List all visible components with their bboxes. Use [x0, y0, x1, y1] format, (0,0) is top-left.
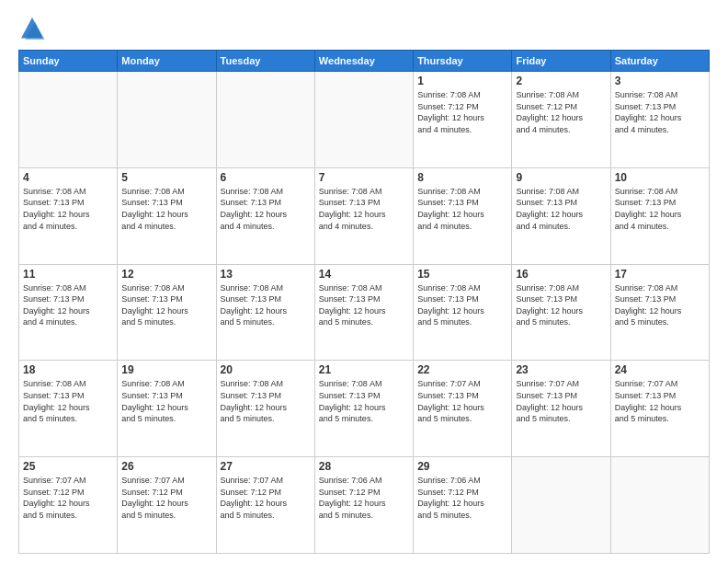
day-cell: [216, 72, 314, 168]
day-info: Sunrise: 7:07 AM Sunset: 7:13 PM Dayligh…: [516, 378, 606, 424]
day-number: 10: [615, 171, 705, 184]
day-cell: 11Sunrise: 7:08 AM Sunset: 7:13 PM Dayli…: [19, 264, 118, 361]
day-info: Sunrise: 7:08 AM Sunset: 7:13 PM Dayligh…: [221, 378, 311, 424]
day-cell: 17Sunrise: 7:08 AM Sunset: 7:13 PM Dayli…: [610, 264, 709, 361]
day-cell: [118, 72, 216, 168]
day-number: 5: [121, 171, 211, 184]
day-info: Sunrise: 7:08 AM Sunset: 7:12 PM Dayligh…: [417, 89, 507, 135]
day-number: 3: [615, 75, 705, 87]
day-cell: 6Sunrise: 7:08 AM Sunset: 7:13 PM Daylig…: [216, 167, 314, 264]
day-cell: 2Sunrise: 7:08 AM Sunset: 7:12 PM Daylig…: [512, 72, 610, 168]
day-info: Sunrise: 7:08 AM Sunset: 7:13 PM Dayligh…: [516, 282, 606, 328]
day-info: Sunrise: 7:08 AM Sunset: 7:13 PM Dayligh…: [23, 378, 113, 424]
day-info: Sunrise: 7:07 AM Sunset: 7:12 PM Dayligh…: [221, 475, 311, 521]
day-number: 29: [417, 460, 507, 473]
weekday-tuesday: Tuesday: [216, 51, 314, 72]
day-cell: 19Sunrise: 7:08 AM Sunset: 7:13 PM Dayli…: [118, 361, 216, 457]
day-number: 15: [417, 268, 507, 281]
day-cell: 16Sunrise: 7:08 AM Sunset: 7:13 PM Dayli…: [512, 264, 610, 361]
day-number: 11: [23, 268, 113, 281]
day-cell: 1Sunrise: 7:08 AM Sunset: 7:12 PM Daylig…: [414, 72, 512, 168]
day-info: Sunrise: 7:08 AM Sunset: 7:13 PM Dayligh…: [319, 378, 409, 424]
header: [18, 15, 710, 42]
weekday-saturday: Saturday: [610, 51, 709, 72]
day-number: 16: [516, 268, 606, 281]
day-cell: 5Sunrise: 7:08 AM Sunset: 7:13 PM Daylig…: [118, 167, 216, 264]
day-info: Sunrise: 7:08 AM Sunset: 7:13 PM Dayligh…: [615, 186, 705, 232]
day-cell: 23Sunrise: 7:07 AM Sunset: 7:13 PM Dayli…: [512, 361, 610, 457]
day-cell: 7Sunrise: 7:08 AM Sunset: 7:13 PM Daylig…: [314, 167, 413, 264]
week-row-3: 18Sunrise: 7:08 AM Sunset: 7:13 PM Dayli…: [19, 361, 710, 457]
day-cell: [512, 457, 610, 554]
weekday-header-row: SundayMondayTuesdayWednesdayThursdayFrid…: [19, 51, 710, 72]
day-info: Sunrise: 7:07 AM Sunset: 7:13 PM Dayligh…: [615, 378, 705, 424]
logo: [18, 15, 50, 42]
day-info: Sunrise: 7:08 AM Sunset: 7:12 PM Dayligh…: [516, 89, 606, 135]
day-cell: 10Sunrise: 7:08 AM Sunset: 7:13 PM Dayli…: [610, 167, 709, 264]
day-cell: 18Sunrise: 7:08 AM Sunset: 7:13 PM Dayli…: [19, 361, 118, 457]
day-cell: 13Sunrise: 7:08 AM Sunset: 7:13 PM Dayli…: [216, 264, 314, 361]
week-row-0: 1Sunrise: 7:08 AM Sunset: 7:12 PM Daylig…: [19, 72, 710, 168]
day-cell: 26Sunrise: 7:07 AM Sunset: 7:12 PM Dayli…: [118, 457, 216, 554]
weekday-monday: Monday: [118, 51, 216, 72]
day-info: Sunrise: 7:08 AM Sunset: 7:13 PM Dayligh…: [615, 282, 705, 328]
day-info: Sunrise: 7:08 AM Sunset: 7:13 PM Dayligh…: [417, 282, 507, 328]
day-info: Sunrise: 7:06 AM Sunset: 7:12 PM Dayligh…: [319, 475, 409, 521]
day-number: 13: [221, 268, 311, 281]
day-number: 7: [319, 171, 409, 184]
day-number: 28: [319, 460, 409, 473]
day-cell: 15Sunrise: 7:08 AM Sunset: 7:13 PM Dayli…: [414, 264, 512, 361]
day-info: Sunrise: 7:08 AM Sunset: 7:13 PM Dayligh…: [121, 378, 211, 424]
day-info: Sunrise: 7:08 AM Sunset: 7:13 PM Dayligh…: [121, 186, 211, 232]
day-cell: 8Sunrise: 7:08 AM Sunset: 7:13 PM Daylig…: [414, 167, 512, 264]
day-info: Sunrise: 7:06 AM Sunset: 7:12 PM Dayligh…: [417, 475, 507, 521]
day-info: Sunrise: 7:07 AM Sunset: 7:12 PM Dayligh…: [121, 475, 211, 521]
day-info: Sunrise: 7:08 AM Sunset: 7:13 PM Dayligh…: [221, 186, 311, 232]
day-info: Sunrise: 7:08 AM Sunset: 7:13 PM Dayligh…: [319, 186, 409, 232]
day-number: 26: [121, 460, 211, 473]
day-number: 2: [516, 75, 606, 87]
day-number: 22: [417, 363, 507, 376]
day-number: 1: [417, 75, 507, 87]
day-number: 20: [221, 363, 311, 376]
day-number: 19: [121, 363, 211, 376]
week-row-1: 4Sunrise: 7:08 AM Sunset: 7:13 PM Daylig…: [19, 167, 710, 264]
day-info: Sunrise: 7:08 AM Sunset: 7:13 PM Dayligh…: [516, 186, 606, 232]
page: SundayMondayTuesdayWednesdayThursdayFrid…: [0, 0, 728, 563]
weekday-thursday: Thursday: [414, 51, 512, 72]
calendar-table: SundayMondayTuesdayWednesdayThursdayFrid…: [18, 50, 710, 554]
day-info: Sunrise: 7:08 AM Sunset: 7:13 PM Dayligh…: [221, 282, 311, 328]
day-cell: [19, 72, 118, 168]
weekday-sunday: Sunday: [19, 51, 118, 72]
day-cell: 3Sunrise: 7:08 AM Sunset: 7:13 PM Daylig…: [610, 72, 709, 168]
day-info: Sunrise: 7:08 AM Sunset: 7:13 PM Dayligh…: [417, 186, 507, 232]
day-info: Sunrise: 7:07 AM Sunset: 7:12 PM Dayligh…: [23, 475, 113, 521]
week-row-2: 11Sunrise: 7:08 AM Sunset: 7:13 PM Dayli…: [19, 264, 710, 361]
day-cell: 22Sunrise: 7:07 AM Sunset: 7:13 PM Dayli…: [414, 361, 512, 457]
day-number: 9: [516, 171, 606, 184]
day-info: Sunrise: 7:07 AM Sunset: 7:13 PM Dayligh…: [417, 378, 507, 424]
day-cell: [314, 72, 413, 168]
day-cell: 24Sunrise: 7:07 AM Sunset: 7:13 PM Dayli…: [610, 361, 709, 457]
day-cell: [610, 457, 709, 554]
day-cell: 21Sunrise: 7:08 AM Sunset: 7:13 PM Dayli…: [314, 361, 413, 457]
day-cell: 20Sunrise: 7:08 AM Sunset: 7:13 PM Dayli…: [216, 361, 314, 457]
day-number: 6: [221, 171, 311, 184]
day-number: 25: [23, 460, 113, 473]
day-info: Sunrise: 7:08 AM Sunset: 7:13 PM Dayligh…: [23, 282, 113, 328]
day-number: 18: [23, 363, 113, 376]
day-info: Sunrise: 7:08 AM Sunset: 7:13 PM Dayligh…: [615, 89, 705, 135]
day-cell: 25Sunrise: 7:07 AM Sunset: 7:12 PM Dayli…: [19, 457, 118, 554]
day-cell: 28Sunrise: 7:06 AM Sunset: 7:12 PM Dayli…: [314, 457, 413, 554]
day-info: Sunrise: 7:08 AM Sunset: 7:13 PM Dayligh…: [121, 282, 211, 328]
day-number: 4: [23, 171, 113, 184]
day-cell: 27Sunrise: 7:07 AM Sunset: 7:12 PM Dayli…: [216, 457, 314, 554]
day-number: 14: [319, 268, 409, 281]
day-info: Sunrise: 7:08 AM Sunset: 7:13 PM Dayligh…: [23, 186, 113, 232]
week-row-4: 25Sunrise: 7:07 AM Sunset: 7:12 PM Dayli…: [19, 457, 710, 554]
day-cell: 29Sunrise: 7:06 AM Sunset: 7:12 PM Dayli…: [414, 457, 512, 554]
day-cell: 4Sunrise: 7:08 AM Sunset: 7:13 PM Daylig…: [19, 167, 118, 264]
day-cell: 12Sunrise: 7:08 AM Sunset: 7:13 PM Dayli…: [118, 264, 216, 361]
day-number: 8: [417, 171, 507, 184]
day-number: 24: [615, 363, 705, 376]
